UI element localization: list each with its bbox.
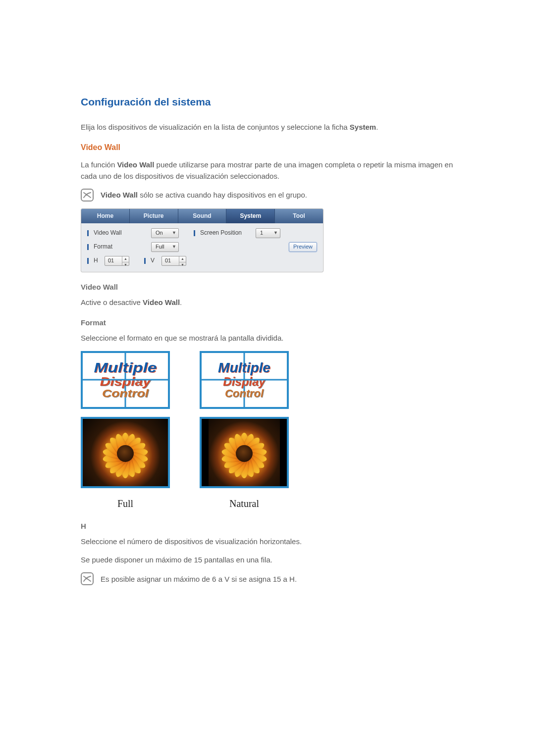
format-desc: Seleccione el formato en que se mostrará… xyxy=(81,332,456,344)
dropdown-screen-position[interactable]: 1 ▼ xyxy=(256,228,280,238)
preview-button[interactable]: Preview xyxy=(289,242,317,252)
note1-bold: Video Wall xyxy=(101,191,138,199)
note-h-max: Es posible asignar un máximo de 6 a V si… xyxy=(81,572,456,585)
chevron-down-icon: ▼ xyxy=(273,230,278,237)
format-figure: Multiple Display Control Multiple Displa… xyxy=(81,351,456,511)
tile-text-l3: Control xyxy=(225,388,264,399)
intro-paragraph: Elija los dispositivos de visualización … xyxy=(81,121,456,133)
spinner-down-icon[interactable]: ▼ xyxy=(122,262,129,268)
h-desc-1: Seleccione el número de dispositivos de … xyxy=(81,536,456,547)
chevron-down-icon: ▼ xyxy=(172,244,176,251)
system-panel-screenshot: Home Picture Sound System Tool Video Wal… xyxy=(81,208,323,272)
vw-toggle-c: . xyxy=(180,298,182,306)
tile-text-l2: Display xyxy=(223,375,265,388)
note-video-wall-group: Video Wall sólo se activa cuando hay dis… xyxy=(81,189,456,202)
tile-text-l3: Control xyxy=(102,388,149,399)
spinner-up-icon[interactable]: ▲ xyxy=(179,256,186,262)
subheading-format: Format xyxy=(81,317,456,328)
dropdown-format-value: Full xyxy=(156,243,164,251)
spinner-v-value: 01 xyxy=(165,256,171,265)
tab-bar: Home Picture Sound System Tool xyxy=(81,209,323,223)
dropdown-screen-position-value: 1 xyxy=(260,229,263,237)
video-wall-description: La función Video Wall puede utilizarse p… xyxy=(81,159,456,182)
field-marker-icon xyxy=(87,244,89,250)
field-marker-icon xyxy=(87,230,89,236)
caption-full: Full xyxy=(81,496,170,511)
tile-text-l1: Multiple xyxy=(218,360,270,375)
label-v: V xyxy=(151,256,158,265)
tab-sound[interactable]: Sound xyxy=(178,209,227,223)
chevron-down-icon: ▼ xyxy=(172,230,176,237)
spinner-up-icon[interactable]: ▲ xyxy=(122,256,129,262)
tile-full-text: Multiple Display Control xyxy=(81,351,170,409)
tile-text-l2: Display xyxy=(100,375,151,388)
h-desc-2: Se puede disponer un máximo de 15 pantal… xyxy=(81,554,456,565)
spinner-h[interactable]: 01 ▲▼ xyxy=(105,256,129,266)
note-icon xyxy=(81,572,94,585)
tab-system[interactable]: System xyxy=(226,209,275,223)
label-format: Format xyxy=(94,242,147,252)
note1-rest: sólo se activa cuando hay dispositivos e… xyxy=(138,191,307,199)
vw-toggle-b: Video Wall xyxy=(143,298,180,306)
tile-natural-image xyxy=(200,417,289,488)
field-marker-icon xyxy=(87,258,89,264)
section-heading-video-wall: Video Wall xyxy=(81,142,456,154)
spinner-h-value: 01 xyxy=(108,256,114,265)
vw-p1-a: La función xyxy=(81,160,117,169)
label-video-wall: Video Wall xyxy=(94,228,147,238)
tile-natural-text: Multiple Display Control xyxy=(200,351,289,409)
page-heading: Configuración del sistema xyxy=(81,94,456,110)
spinner-v[interactable]: 01 ▲▼ xyxy=(161,256,186,266)
note-icon xyxy=(81,189,94,202)
tab-picture[interactable]: Picture xyxy=(130,209,178,223)
intro-text-system: System xyxy=(350,123,376,131)
dropdown-video-wall-value: On xyxy=(156,229,163,237)
caption-natural: Natural xyxy=(200,496,289,511)
note2-text: Es posible asignar un máximo de 6 a V si… xyxy=(101,573,297,585)
field-marker-icon xyxy=(144,258,146,264)
vw-toggle-a: Active o desactive xyxy=(81,298,143,306)
dropdown-format[interactable]: Full ▼ xyxy=(151,242,179,252)
intro-text-c: . xyxy=(376,123,378,131)
label-h: H xyxy=(94,256,101,265)
tile-full-image xyxy=(81,417,170,488)
label-screen-position: Screen Position xyxy=(200,228,252,238)
vw-p1-b: Video Wall xyxy=(117,160,154,169)
spinner-down-icon[interactable]: ▼ xyxy=(179,262,186,268)
tab-home[interactable]: Home xyxy=(81,209,130,223)
tile-text-l1: Multiple xyxy=(94,360,157,375)
field-marker-icon xyxy=(194,230,195,236)
dropdown-video-wall[interactable]: On ▼ xyxy=(151,228,179,238)
intro-text-a: Elija los dispositivos de visualización … xyxy=(81,123,350,131)
video-wall-toggle-desc: Active o desactive Video Wall. xyxy=(81,297,456,308)
subheading-h: H xyxy=(81,520,456,532)
subheading-video-wall: Video Wall xyxy=(81,281,456,293)
tab-tool[interactable]: Tool xyxy=(275,209,323,223)
